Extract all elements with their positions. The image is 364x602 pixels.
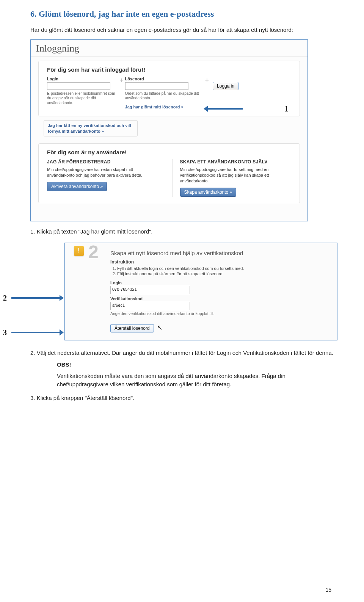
login-label: Login — [47, 77, 117, 81]
create-account-button[interactable]: Skapa användarkonto » — [180, 188, 237, 197]
instruction-item: Fyll i ditt aktuella login och den verif… — [117, 266, 329, 271]
forgot-password-link[interactable]: Jag har glömt mitt lösenord » — [125, 105, 184, 109]
step-3-text: 3. Klicka på knappen "Återställ lösenord… — [30, 394, 334, 402]
page-number: 15 — [325, 587, 331, 593]
login-hint: E-postadressen eller mobilnummret som du… — [47, 91, 117, 106]
create-account-body: Min chef/uppdragsgivare har försett mig … — [180, 167, 292, 184]
section-intro: Har du glömt ditt lösenord och saknar en… — [30, 26, 334, 34]
panel-new-user: För dig som är ny användare! JAG ÄR FÖRR… — [38, 143, 300, 203]
arrow-icon — [205, 108, 243, 110]
login-button[interactable]: Logga in — [213, 82, 238, 90]
login-input[interactable] — [47, 82, 110, 90]
panel2-heading: För dig som är ny användare! — [47, 149, 291, 155]
password-input[interactable] — [125, 82, 188, 90]
create-account-title: SKAPA ETT ANVÄNDARKONTO SJÄLV — [180, 159, 292, 165]
plus-icon: + — [203, 77, 211, 85]
callout-1: 1 — [284, 105, 288, 113]
renew-account-box[interactable]: Jag har fått en ny verifikationskod och … — [44, 120, 138, 137]
verif-hint: Ange den verifikationskod ditt användark… — [110, 311, 329, 316]
callout-2: 2 — [3, 294, 7, 303]
arrow-icon — [11, 297, 63, 299]
callout-3: 3 — [3, 328, 7, 337]
alert-icon — [74, 246, 84, 256]
section-title: 6. Glömt lösenord, jag har inte en egen … — [30, 9, 334, 19]
reset-subtitle: Instruktion — [110, 259, 329, 265]
login2-label: Login — [110, 281, 329, 285]
screenshot-reset: 2 Skapa ett nytt lösenord med hjälp av v… — [64, 243, 337, 340]
panel1-heading: För dig som har varit inloggad förut! — [47, 66, 291, 73]
instruction-item: Följ instruktionerna på skärmen för att … — [117, 271, 329, 276]
reset-password-button[interactable]: Återställ lösenord — [110, 324, 154, 332]
step-number-large: 2 — [88, 241, 99, 262]
preregistered-title: JAG ÄR FÖRREGISTRERAD — [47, 159, 158, 165]
verif-input[interactable]: af6ec1 — [110, 302, 190, 310]
preregistered-body: Min chef/uppdragsgivare har redan skapat… — [47, 167, 158, 178]
password-label: Lösenord — [125, 77, 203, 81]
obs-title: OBS! — [57, 361, 334, 369]
verif-label: Verifikationskod — [110, 296, 329, 301]
password-hint: Ordet som du hittade på när du skapade d… — [125, 91, 203, 101]
screenshot-login: Inloggning För dig som har varit inlogga… — [30, 39, 308, 221]
obs-body: Verifikationskoden måste vara den som an… — [57, 372, 334, 389]
cursor-icon: ↖ — [157, 324, 163, 331]
login2-input[interactable]: 070-7654321 — [110, 286, 190, 294]
step-1-text: 1. Klicka på texten "Jag har glömt mitt … — [30, 227, 334, 236]
plus-icon: + — [117, 77, 125, 85]
activate-account-button[interactable]: Aktivera användarkonto » — [47, 182, 107, 191]
reset-title: Skapa ett nytt lösenord med hjälp av ver… — [110, 250, 329, 256]
step-2-text: 2. Välj det nedersta alternativet. Där a… — [30, 349, 334, 357]
arrow-icon — [11, 332, 63, 333]
window-title: Inloggning — [31, 40, 308, 57]
